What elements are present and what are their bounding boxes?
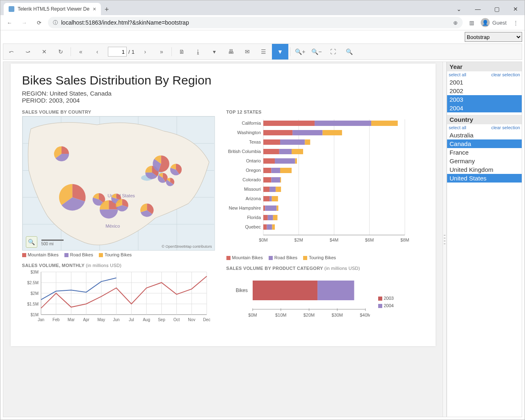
svg-text:Sep: Sep [158, 317, 165, 322]
country-option[interactable]: United States [447, 174, 522, 183]
svg-rect-76 [263, 158, 275, 164]
svg-text:Jan: Jan [37, 317, 44, 322]
svg-text:$3M: $3M [30, 270, 38, 274]
svg-rect-81 [271, 168, 280, 173]
parameters-panel: Year select all clear selection 20012002… [447, 62, 522, 417]
svg-text:Oregon: Oregon [246, 168, 261, 173]
close-tab-button[interactable]: × [93, 6, 96, 12]
back-button[interactable]: ← [4, 17, 15, 28]
svg-rect-86 [280, 177, 281, 183]
svg-text:$2M: $2M [30, 291, 38, 296]
year-option[interactable]: 2004 [447, 104, 522, 112]
browser-toolbar: ← → ⟳ ⓘ localhost:51863/index.html?&skin… [0, 15, 525, 30]
address-bar[interactable]: ⓘ localhost:51863/index.html?&skinName=b… [48, 17, 463, 28]
page-total: 1 [132, 49, 135, 55]
year-clear-selection[interactable]: clear selection [491, 72, 520, 77]
reload-button[interactable]: ⟳ [33, 17, 45, 28]
svg-rect-78 [295, 158, 297, 164]
report-page: Bikes Sales Distribution By Region REGIO… [11, 64, 436, 346]
export-dropdown[interactable]: ▾ [206, 44, 223, 59]
svg-rect-92 [263, 196, 269, 201]
svg-text:$4M: $4M [329, 237, 338, 242]
skin-select[interactable]: Bootstrap [465, 32, 522, 42]
search-button[interactable]: 🔍 [341, 44, 358, 59]
map-attribution: © OpenStreetMap contributors [162, 244, 212, 249]
year-select-all[interactable]: select all [449, 72, 466, 77]
stop-button[interactable]: ✕ [36, 44, 52, 59]
year-option[interactable]: 2001 [447, 78, 522, 87]
states-legend: Mountain Bikes Road Bikes Touring Bikes [226, 255, 416, 260]
zoom-in-button[interactable]: 🔍+ [292, 44, 308, 59]
nav-forward-button[interactable]: ⤻ [20, 44, 36, 59]
report-viewport[interactable]: Bikes Sales Distribution By Region REGIO… [3, 62, 443, 417]
kebab-menu-icon[interactable]: ⋮ [510, 17, 521, 28]
toggle-parameters-button[interactable]: ▼ [272, 44, 288, 59]
country-option[interactable]: Germany [447, 157, 522, 165]
params-resize-handle[interactable] [443, 62, 447, 417]
country-option[interactable]: France [447, 148, 522, 157]
svg-text:New Hampshire: New Hampshire [228, 205, 260, 210]
forward-button[interactable]: → [18, 17, 30, 28]
year-option[interactable]: 2002 [447, 87, 522, 95]
next-page-button[interactable]: › [137, 44, 153, 59]
side-panel-icon[interactable]: ▥ [466, 17, 477, 28]
report-toolbar: ⤺ ⤻ ✕ ↻ « ‹ / 1 › » 🗎 ⭳ ▾ 🖶 ✉ ☰ ▼ 🔍+ 🔍− [3, 43, 522, 60]
country-option[interactable]: Canada [447, 139, 522, 148]
page-setup-button[interactable]: 🗎 [173, 44, 190, 59]
document-map-button[interactable]: ☰ [256, 44, 272, 59]
guest-profile[interactable]: 👤 Guest [481, 18, 507, 27]
svg-rect-64 [263, 130, 292, 135]
zoom-icon[interactable]: ⊕ [453, 20, 458, 26]
svg-rect-68 [263, 139, 280, 145]
browser-tab[interactable]: Telerik HTML5 Report Viewer De × [4, 3, 101, 15]
country-clear-selection[interactable]: clear selection [491, 125, 520, 130]
favicon-icon [9, 6, 14, 12]
svg-text:$1.5M: $1.5M [27, 302, 39, 306]
export-button[interactable]: ⭳ [190, 44, 206, 59]
toggle-fit-button[interactable]: ⛶ [325, 44, 341, 59]
minimize-button[interactable]: — [469, 3, 487, 15]
svg-text:Ontario: Ontario [246, 158, 260, 163]
first-page-button[interactable]: « [73, 44, 89, 59]
last-page-button[interactable]: » [153, 44, 170, 59]
svg-text:$0M: $0M [259, 237, 267, 242]
svg-text:$30M: $30M [331, 313, 343, 317]
close-window-button[interactable]: ✕ [507, 3, 525, 15]
print-button[interactable]: 🖶 [223, 44, 239, 59]
site-info-icon[interactable]: ⓘ [53, 19, 58, 26]
sales-map[interactable]: United States México 🔍 500 mi [22, 116, 215, 251]
svg-text:Quebec: Quebec [245, 224, 261, 229]
year-option[interactable]: 2003 [447, 95, 522, 104]
period-line: PERIOD: 2003, 2004 [22, 97, 424, 104]
country-option[interactable]: United Kingdom [447, 165, 522, 174]
svg-text:May: May [97, 317, 105, 322]
map-legend: Mountain Bikes Road Bikes Touring Bikes [22, 252, 215, 257]
svg-text:$1M: $1M [30, 313, 38, 317]
svg-rect-96 [263, 205, 265, 211]
refresh-button[interactable]: ↻ [52, 44, 69, 59]
nav-back-button[interactable]: ⤺ [3, 44, 20, 59]
category-chart: $0M$10M$20M$30M$40MBikes [226, 272, 370, 330]
region-line: REGION: United States, Canada [22, 90, 424, 97]
page-sep: / [128, 49, 130, 55]
param-year-title: Year [447, 62, 522, 71]
svg-rect-100 [263, 215, 268, 220]
zoom-out-button[interactable]: 🔍− [308, 44, 325, 59]
country-select-all[interactable]: select all [449, 125, 466, 130]
svg-rect-94 [272, 196, 278, 201]
monthly-chart: $1M$1.5M$2M$2.5M$3MJanFebMarAprMayJunJul… [22, 269, 211, 327]
svg-rect-101 [267, 215, 273, 220]
svg-text:$2.5M: $2.5M [27, 281, 39, 285]
page-indicator: / 1 [105, 47, 137, 57]
send-mail-button[interactable]: ✉ [239, 44, 256, 59]
page-input[interactable] [108, 47, 127, 57]
new-tab-button[interactable]: + [101, 4, 112, 15]
svg-rect-119 [253, 281, 317, 300]
svg-rect-106 [272, 224, 274, 230]
map-zoom-icon[interactable]: 🔍 [26, 236, 37, 248]
prev-page-button[interactable]: ‹ [89, 44, 105, 59]
maximize-button[interactable]: ▢ [488, 3, 506, 15]
svg-text:California: California [242, 121, 261, 126]
chevron-down-icon[interactable]: ⌄ [450, 3, 468, 15]
country-option[interactable]: Australia [447, 131, 522, 139]
